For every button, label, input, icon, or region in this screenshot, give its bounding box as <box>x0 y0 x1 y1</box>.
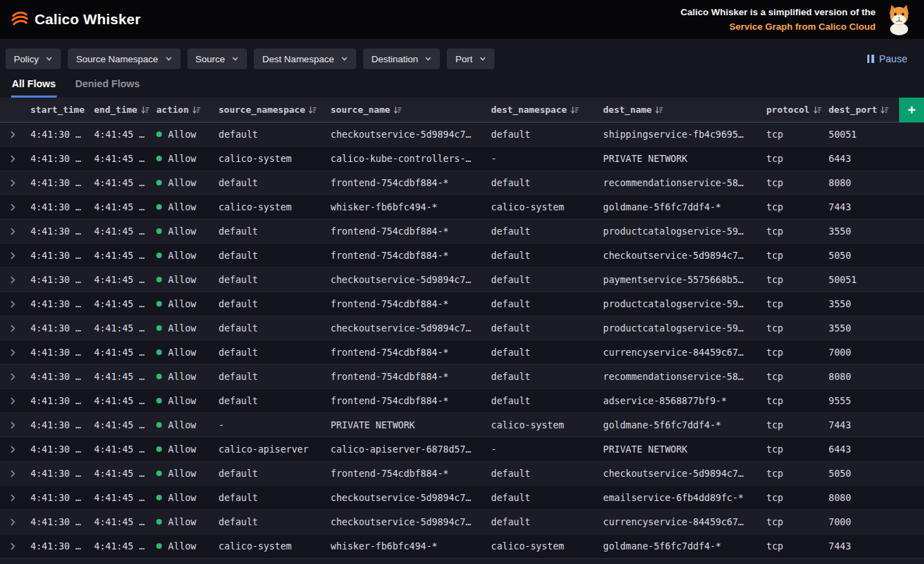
table-row[interactable]: 4:41:30 … 4:41:45 … Allow default checko… <box>0 486 924 510</box>
table-row[interactable]: 4:41:30 … 4:41:45 … Allow calico-apiserv… <box>0 437 924 462</box>
cell-source-namespace: calico-system <box>213 534 325 558</box>
row-expand-chevron-icon[interactable] <box>0 219 25 243</box>
action-label: Allow <box>168 129 196 140</box>
row-expand-chevron-icon[interactable] <box>0 365 25 388</box>
row-expand-chevron-icon[interactable] <box>0 147 25 170</box>
column-label: action <box>156 104 189 115</box>
cell-end-time: 4:41:45 … <box>89 292 151 316</box>
table-row[interactable]: 4:41:30 … 4:41:45 … Allow default checko… <box>0 268 924 292</box>
cell-action: Allow <box>151 122 213 146</box>
cell-start-time: 4:41:30 … <box>25 171 89 194</box>
filter-dest-namespace-dropdown[interactable]: Dest Namespace <box>254 48 356 69</box>
row-expand-chevron-icon[interactable] <box>0 413 25 437</box>
row-expand-chevron-icon[interactable] <box>0 244 25 267</box>
column-header-source-name[interactable]: source_name <box>325 98 486 122</box>
allow-status-dot <box>156 519 162 525</box>
cell-source-name: frontend-754cdbf884-* <box>325 389 486 412</box>
column-header-start-time[interactable]: start_time <box>25 98 89 122</box>
cell-protocol: tcp <box>761 122 823 146</box>
column-header-end-time[interactable]: end_time <box>89 98 151 122</box>
table-row[interactable]: 4:41:30 … 4:41:45 … Allow default fronte… <box>0 171 924 195</box>
cell-protocol: tcp <box>761 195 823 219</box>
allow-status-dot <box>156 543 162 549</box>
tab-all-flows[interactable]: All Flows <box>11 76 57 98</box>
column-header-dest-name[interactable]: dest_name <box>598 98 761 122</box>
cell-start-time: 4:41:30 … <box>25 389 89 412</box>
flow-table-header: start_time end_time action source_namesp… <box>0 98 924 122</box>
cell-protocol: tcp <box>761 219 823 243</box>
row-expand-chevron-icon[interactable] <box>0 171 25 194</box>
table-row[interactable]: 4:41:30 … 4:41:45 … Allow default checko… <box>0 122 924 147</box>
table-row[interactable]: 4:41:30 … 4:41:45 … Allow default fronte… <box>0 389 924 413</box>
cell-dest-name: goldmane-5f6fc7ddf4-* <box>598 534 761 558</box>
cell-end-time: 4:41:45 … <box>89 219 151 243</box>
filter-policy-dropdown[interactable]: Policy <box>6 48 61 69</box>
table-row[interactable]: 4:41:30 … 4:41:45 … Allow calico-system … <box>0 195 924 219</box>
cell-source-name: checkoutservice-5d9894c7… <box>325 316 486 340</box>
row-expand-chevron-icon[interactable] <box>0 122 25 146</box>
table-row[interactable]: 4:41:30 … 4:41:45 … Allow default checko… <box>0 316 924 340</box>
partial-row <box>0 558 924 564</box>
row-expand-chevron-icon[interactable] <box>0 486 25 509</box>
cell-source-name: calico-kube-controllers-… <box>325 147 486 170</box>
row-expand-chevron-icon[interactable] <box>0 195 25 219</box>
allow-status-dot <box>156 253 162 258</box>
cell-source-name: frontend-754cdbf884-* <box>325 365 486 388</box>
cell-action: Allow <box>151 292 213 316</box>
row-expand-chevron-icon[interactable] <box>0 510 25 534</box>
cell-source-namespace: calico-apiserver <box>213 437 325 461</box>
pause-button[interactable]: Pause <box>867 53 907 64</box>
row-expand-chevron-icon[interactable] <box>0 534 25 558</box>
cell-dest-namespace: default <box>486 340 598 364</box>
row-expand-chevron-icon[interactable] <box>0 268 25 291</box>
cell-source-namespace: default <box>213 292 325 316</box>
table-row[interactable]: 4:41:30 … 4:41:45 … Allow default fronte… <box>0 219 924 244</box>
cell-end-time: 4:41:45 … <box>89 389 151 412</box>
service-graph-link[interactable]: Service Graph from Calico Cloud <box>681 19 876 34</box>
cell-protocol: tcp <box>761 462 823 485</box>
cell-action: Allow <box>151 534 213 558</box>
cell-source-name: calico-apiserver-6878d57… <box>325 437 486 461</box>
allow-status-dot <box>156 374 162 379</box>
tab-denied-flows[interactable]: Denied Flows <box>75 76 140 98</box>
filter-destination-dropdown[interactable]: Destination <box>363 48 441 69</box>
cell-source-name: frontend-754cdbf884-* <box>325 171 486 194</box>
table-row[interactable]: 4:41:30 … 4:41:45 … Allow default fronte… <box>0 292 924 316</box>
filter-source-dropdown[interactable]: Source <box>187 48 248 69</box>
cell-protocol: tcp <box>761 268 823 291</box>
filter-source-namespace-dropdown[interactable]: Source Namespace <box>68 48 181 69</box>
chevron-down-icon <box>479 55 486 62</box>
table-row[interactable]: 4:41:30 … 4:41:45 … Allow default fronte… <box>0 365 924 389</box>
table-row[interactable]: 4:41:30 … 4:41:45 … Allow default checko… <box>0 510 924 534</box>
row-expand-chevron-icon[interactable] <box>0 389 25 412</box>
cell-dest-name: emailservice-6fb4dd89fc-* <box>598 486 761 509</box>
row-expand-chevron-icon[interactable] <box>0 292 25 316</box>
cell-dest-namespace: default <box>486 244 598 267</box>
column-header-protocol[interactable]: protocol <box>761 98 823 122</box>
filter-port-dropdown[interactable]: Port <box>447 48 495 69</box>
add-column-button[interactable]: + <box>899 98 924 122</box>
table-row[interactable]: 4:41:30 … 4:41:45 … Allow - PRIVATE NETW… <box>0 413 924 437</box>
row-expand-chevron-icon[interactable] <box>0 316 25 340</box>
column-header-dest-namespace[interactable]: dest_namespace <box>486 98 598 122</box>
row-expand-chevron-icon[interactable] <box>0 340 25 364</box>
cell-action: Allow <box>151 486 213 509</box>
row-expand-chevron-icon[interactable] <box>0 462 25 485</box>
table-row[interactable]: 4:41:30 … 4:41:45 … Allow calico-system … <box>0 534 924 558</box>
cell-source-namespace: default <box>213 219 325 243</box>
action-label: Allow <box>168 177 196 188</box>
table-row[interactable]: 4:41:30 … 4:41:45 … Allow default fronte… <box>0 462 924 486</box>
cell-dest-port: 6443 <box>823 147 899 170</box>
column-header-source-namespace[interactable]: source_namespace <box>213 98 325 122</box>
table-row[interactable]: 4:41:30 … 4:41:45 … Allow default fronte… <box>0 340 924 365</box>
table-row[interactable]: 4:41:30 … 4:41:45 … Allow default fronte… <box>0 244 924 268</box>
cell-dest-name: recommendationservice-58… <box>598 171 761 194</box>
table-row[interactable]: 4:41:30 … 4:41:45 … Allow calico-system … <box>0 147 924 171</box>
cell-dest-namespace: calico-system <box>486 534 598 558</box>
column-header-dest-port[interactable]: dest_port <box>823 98 899 122</box>
app-title: Calico Whisker <box>35 11 140 28</box>
row-expand-chevron-icon[interactable] <box>0 437 25 461</box>
cell-protocol: tcp <box>761 171 823 194</box>
column-header-action[interactable]: action <box>151 98 213 122</box>
filter-policy-label: Policy <box>14 54 39 64</box>
